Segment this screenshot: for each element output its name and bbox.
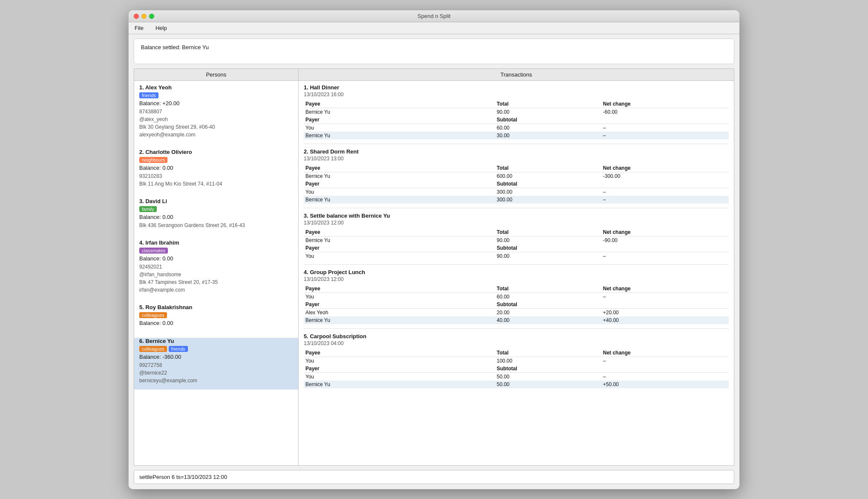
table-row: Bernice Yu 90.00 -60.00: [304, 108, 729, 116]
th-total-2: Total: [495, 164, 601, 172]
transaction-table-5: Payee Total Net change You 100.00 –: [304, 349, 729, 388]
th-net-payer-2: [601, 180, 729, 188]
th-net-payer-4: [601, 301, 729, 309]
payer-net: +40.00: [601, 316, 729, 324]
th-net-payer-3: [601, 244, 729, 252]
payer-name: You: [304, 188, 495, 196]
notification-bar: Balance settled: Bernice Yu: [134, 38, 734, 64]
persons-list: 1. Alex Yeoh friends Balance: +20.00 874…: [134, 81, 298, 465]
th-total-5: Total: [495, 349, 601, 357]
transaction-table-1: Payee Total Net change Bernice Yu 90.00 …: [304, 100, 729, 139]
person-tags-3: family: [139, 206, 293, 212]
payee-name: Bernice Yu: [304, 108, 495, 116]
notification-text: Balance settled: Bernice Yu: [141, 44, 209, 50]
payer-net: –: [601, 252, 729, 260]
command-input[interactable]: [139, 474, 729, 480]
table-row: Bernice Yu 600.00 -300.00: [304, 172, 729, 180]
transaction-name-1: 1. Hall Dinner: [304, 84, 729, 91]
payer-net: –: [601, 196, 729, 204]
maximize-button[interactable]: [149, 14, 154, 19]
transaction-name-4: 4. Group Project Lunch: [304, 269, 729, 275]
table-row: You 60.00 –: [304, 293, 729, 301]
payer-net: –: [601, 373, 729, 381]
person-name-3: 3. David Li: [139, 198, 293, 204]
transaction-name-3: 3. Settle balance with Bernice Yu: [304, 213, 729, 219]
th-total-1: Total: [495, 100, 601, 108]
person-item-5[interactable]: 5. Roy Balakrishnan colleagues Balance: …: [139, 304, 293, 333]
person-item-1[interactable]: 1. Alex Yeoh friends Balance: +20.00 874…: [139, 84, 293, 144]
person-name-5: 5. Roy Balakrishnan: [139, 304, 293, 310]
transaction-item-4[interactable]: 4. Group Project Lunch 13/10/2023 12:00 …: [304, 269, 729, 324]
payee-total: 60.00: [495, 293, 601, 301]
divider-1: [304, 144, 729, 144]
traffic-lights: [134, 14, 154, 19]
th-payee-2: Payee: [304, 164, 495, 172]
payer-name: Alex Yeoh: [304, 309, 495, 317]
tag-colleagues-5: colleagues: [139, 312, 167, 318]
payer-net: –: [601, 132, 729, 139]
payer-net: +20.00: [601, 309, 729, 317]
command-bar[interactable]: [134, 470, 734, 484]
transaction-item-5[interactable]: 5. Carpool Subscription 13/10/2023 04:00…: [304, 333, 729, 388]
payee-total: 100.00: [495, 357, 601, 365]
payee-name: Bernice Yu: [304, 172, 495, 180]
person-balance-3: Balance: 0.00: [139, 214, 293, 220]
table-row: Bernice Yu 300.00 –: [304, 196, 729, 204]
divider-3: [304, 264, 729, 265]
th-net-3: Net change: [601, 228, 729, 236]
payee-name: You: [304, 293, 495, 301]
transactions-panel-header: Transactions: [299, 69, 734, 81]
table-row: You 90.00 –: [304, 252, 729, 260]
payer-name: Bernice Yu: [304, 316, 495, 324]
person-item-2[interactable]: 2. Charlotte Oliviero neighbours Balance…: [139, 149, 293, 193]
minimize-button[interactable]: [141, 14, 147, 19]
person-name-6: 6. Bernice Yu: [139, 338, 293, 344]
th-subtotal-3: Subtotal: [495, 244, 601, 252]
menu-bar: File Help: [129, 22, 739, 34]
person-balance-2: Balance: 0.00: [139, 165, 293, 171]
person-tags-6: colleagues friends: [139, 346, 293, 352]
payer-name: You: [304, 252, 495, 260]
payer-subtotal: 40.00: [495, 316, 601, 324]
app-window: Spend n Split File Help Balance settled:…: [129, 10, 739, 489]
th-payer-2: Payer: [304, 180, 495, 188]
payee-net: -90.00: [601, 236, 729, 245]
table-row: Bernice Yu 50.00 +50.00: [304, 381, 729, 388]
transaction-date-1: 13/10/2023 16:00: [304, 92, 729, 97]
table-row: Bernice Yu 90.00 -90.00: [304, 236, 729, 245]
transaction-item-3[interactable]: 3. Settle balance with Bernice Yu 13/10/…: [304, 213, 729, 260]
person-detail-2: 93210283Blk 11 Ang Mo Kio Street 74, #11…: [139, 172, 293, 188]
person-item-4[interactable]: 4. Irfan Ibrahim classmates Balance: 0.0…: [139, 239, 293, 299]
divider-4: [304, 328, 729, 329]
transaction-table-4: Payee Total Net change You 60.00 –: [304, 285, 729, 324]
th-payer-4: Payer: [304, 301, 495, 309]
transaction-name-5: 5. Carpool Subscription: [304, 333, 729, 340]
th-subtotal-5: Subtotal: [495, 365, 601, 373]
person-detail-3: Blk 436 Serangoon Gardens Street 26, #16…: [139, 221, 293, 229]
person-tags-2: neighbours: [139, 157, 293, 163]
table-row: You 100.00 –: [304, 357, 729, 365]
menu-help[interactable]: Help: [153, 24, 170, 32]
menu-file[interactable]: File: [132, 24, 146, 32]
person-balance-6: Balance: -360.00: [139, 354, 293, 360]
transaction-table-2: Payee Total Net change Bernice Yu 600.00…: [304, 164, 729, 204]
close-button[interactable]: [134, 14, 139, 19]
person-balance-5: Balance: 0.00: [139, 320, 293, 326]
th-net-2: Net change: [601, 164, 729, 172]
payer-subtotal: 50.00: [495, 373, 601, 381]
th-payer-1: Payer: [304, 116, 495, 124]
person-detail-6: 99272758@bernice22berniceyu@example.com: [139, 361, 293, 384]
transaction-item-1[interactable]: 1. Hall Dinner 13/10/2023 16:00 Payee To…: [304, 84, 729, 139]
transaction-item-2[interactable]: 2. Shared Dorm Rent 13/10/2023 13:00 Pay…: [304, 148, 729, 204]
person-item-6[interactable]: 6. Bernice Yu colleagues friends Balance…: [134, 338, 298, 390]
main-content: Persons 1. Alex Yeoh friends Balance: +2…: [134, 68, 734, 466]
person-detail-4: 92492021@irfan_handsomeBlk 47 Tampines S…: [139, 263, 293, 294]
table-row: Alex Yeoh 20.00 +20.00: [304, 309, 729, 317]
payer-subtotal: 300.00: [495, 188, 601, 196]
transactions-panel: Transactions 1. Hall Dinner 13/10/2023 1…: [298, 68, 734, 466]
payer-net: –: [601, 124, 729, 132]
payer-subtotal: 90.00: [495, 252, 601, 260]
th-total-4: Total: [495, 285, 601, 293]
payee-name: You: [304, 357, 495, 365]
person-item-3[interactable]: 3. David Li family Balance: 0.00 Blk 436…: [139, 198, 293, 234]
